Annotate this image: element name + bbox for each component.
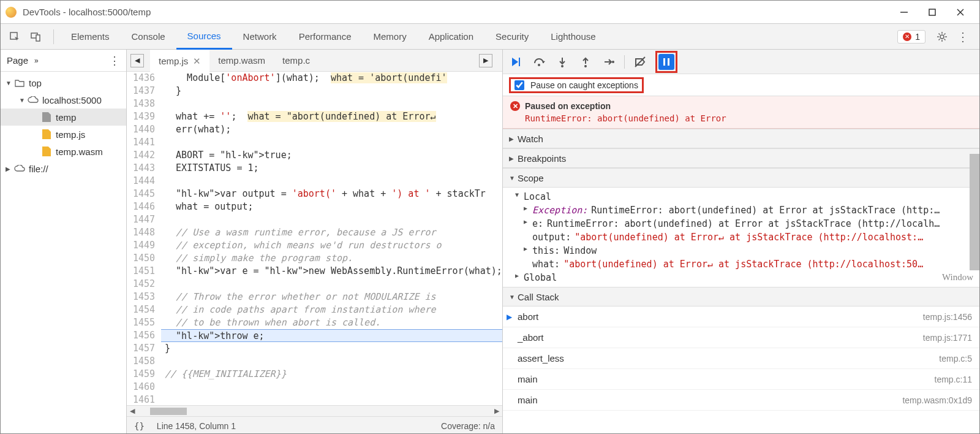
tree-item-file---[interactable]: ▶file:// <box>1 160 126 177</box>
settings-gear-icon[interactable] <box>933 28 951 46</box>
panel-tab-sources[interactable]: Sources <box>176 24 232 50</box>
panel-tab-application[interactable]: Application <box>418 24 484 50</box>
code-line[interactable]: // Use a wasm runtime error, because a J… <box>161 226 502 239</box>
tree-item-temp[interactable]: temp <box>1 108 126 126</box>
code-line[interactable]: what = output; <box>161 200 502 213</box>
step-out-button[interactable] <box>578 54 594 70</box>
callstack-frame-assert_less[interactable]: assert_lesstemp.c:5 <box>503 348 979 369</box>
pause-on-exceptions-button[interactable] <box>658 54 674 70</box>
close-tab-icon[interactable]: ✕ <box>193 56 201 67</box>
deactivate-breakpoints-button[interactable] <box>632 54 648 70</box>
frame-function: main <box>518 395 538 405</box>
pretty-print-icon[interactable]: {} <box>134 421 145 431</box>
step-into-button[interactable] <box>554 54 570 70</box>
code-line[interactable]: "hl-kw">throw e; <box>161 329 502 342</box>
code-line[interactable]: // in code paths apart from instantiatio… <box>161 303 502 316</box>
breakpoints-section-header[interactable]: ▶Breakpoints <box>503 148 979 168</box>
scope-var-this[interactable]: ▶this: Window <box>503 244 979 257</box>
svg-rect-8 <box>519 58 520 66</box>
nav-back-icon[interactable]: ◀ <box>130 54 144 67</box>
callstack-frame-main[interactable]: maintemp.wasm:0x1d9 <box>503 390 979 411</box>
nav-forward-icon[interactable]: ▶ <box>479 54 492 67</box>
code-line[interactable]: EXITSTATUS = 1; <box>161 162 502 175</box>
code-line[interactable]: // {{MEM_INITIALIZER}} <box>161 368 502 381</box>
tree-item-top[interactable]: ▼top <box>1 74 126 91</box>
svg-rect-6 <box>36 35 40 41</box>
code-line[interactable] <box>161 97 502 110</box>
scope-var-e[interactable]: ▶e: RuntimeError: abort(undefined) at Er… <box>503 217 979 230</box>
scope-section-header[interactable]: ▼Scope <box>503 168 979 188</box>
panel-tab-performance[interactable]: Performance <box>288 24 363 50</box>
pause-on-caught-checkbox[interactable] <box>514 80 524 90</box>
code-line[interactable]: // Throw the error whether or not MODULA… <box>161 291 502 303</box>
code-line[interactable] <box>161 278 502 291</box>
frame-function: _abort <box>518 332 544 343</box>
callstack-frame-_abort[interactable]: _aborttemp.js:1771 <box>503 327 979 348</box>
editor-tab-temp-c[interactable]: temp.c <box>274 50 318 72</box>
callstack-frame-abort[interactable]: ▶aborttemp.js:1456 <box>503 306 979 327</box>
step-button[interactable] <box>601 54 617 70</box>
folder-icon <box>14 77 25 88</box>
window-minimize-button[interactable] <box>890 1 918 24</box>
panel-tab-network[interactable]: Network <box>232 24 288 50</box>
horizontal-scrollbar[interactable]: ◀▶ <box>127 405 502 416</box>
svg-rect-15 <box>668 58 669 66</box>
svg-point-10 <box>561 65 564 67</box>
code-line[interactable] <box>161 175 502 188</box>
code-line[interactable]: } <box>161 85 502 97</box>
scope-global-header[interactable]: ▶Global Window <box>503 271 979 284</box>
error-badge[interactable]: ✕ 1 <box>897 30 925 44</box>
tree-item-temp-js[interactable]: temp.js <box>1 126 126 143</box>
code-line[interactable] <box>161 213 502 226</box>
window-close-button[interactable] <box>946 1 974 24</box>
code-line[interactable] <box>161 355 502 368</box>
panel-tab-elements[interactable]: Elements <box>60 24 121 50</box>
frame-function: assert_less <box>518 353 564 364</box>
resume-button[interactable] <box>508 54 524 70</box>
editor-tab-temp-wasm[interactable]: temp.wasm <box>209 50 274 72</box>
code-area[interactable]: 1436143714381439144014411442144314441445… <box>127 72 502 405</box>
code-line[interactable] <box>161 136 502 149</box>
code-line[interactable]: what += ''; what = "abort(undefined) at … <box>161 110 502 123</box>
debugger-scrollbar[interactable] <box>970 154 979 270</box>
frame-function: main <box>518 374 538 384</box>
code-line[interactable]: ABORT = "hl-kw">true; <box>161 149 502 162</box>
step-over-button[interactable] <box>531 54 547 70</box>
code-line[interactable]: err(what); <box>161 123 502 136</box>
sidebar-expand-icon[interactable]: » <box>34 56 39 65</box>
panel-tab-lighthouse[interactable]: Lighthouse <box>540 24 606 50</box>
code-line[interactable] <box>161 381 502 394</box>
code-line[interactable]: } <box>161 342 502 355</box>
code-line[interactable] <box>161 394 502 405</box>
scope-local-header[interactable]: ▼Local <box>503 190 979 204</box>
callstack-frame-main[interactable]: maintemp.c:11 <box>503 369 979 390</box>
pause-exceptions-highlight <box>655 51 677 73</box>
code-line[interactable]: // simply make the program stop. <box>161 252 502 265</box>
inspect-element-icon[interactable] <box>6 28 24 46</box>
callstack-body: ▶aborttemp.js:1456_aborttemp.js:1771asse… <box>503 306 979 411</box>
tree-item-temp-wasm[interactable]: temp.wasm <box>1 143 126 160</box>
more-menu-icon[interactable]: ⋮ <box>954 28 972 46</box>
code-line[interactable]: Module['onAbort'](what); what = 'abort(u… <box>161 72 502 85</box>
scope-var-Exception[interactable]: ▶Exception: RuntimeError: abort(undefine… <box>503 204 979 217</box>
scope-var-output[interactable]: output: "abort(undefined) at Error↵ at j… <box>503 230 979 244</box>
sidebar-more-icon[interactable]: ⋮ <box>109 54 120 67</box>
panel-tab-security[interactable]: Security <box>484 24 540 50</box>
callstack-section-header[interactable]: ▼Call Stack <box>503 287 979 306</box>
code-line[interactable]: "hl-kw">var e = "hl-kw">new WebAssembly.… <box>161 265 502 278</box>
code-editor-pane: ◀ temp.js✕temp.wasmtemp.c ▶ 143614371438… <box>127 50 503 434</box>
window-maximize-button[interactable] <box>918 1 946 24</box>
code-line[interactable]: "hl-kw">var output = 'abort(' + what + '… <box>161 188 502 200</box>
editor-tab-temp-js[interactable]: temp.js✕ <box>150 50 209 72</box>
watch-section-header[interactable]: ▶Watch <box>503 129 979 148</box>
frame-location: temp.js:1771 <box>923 333 972 343</box>
code-line[interactable]: // to be thrown when abort is called. <box>161 316 502 329</box>
panel-tab-console[interactable]: Console <box>121 24 176 50</box>
panel-tab-memory[interactable]: Memory <box>363 24 418 50</box>
code-line[interactable]: // exception, which means we'd run destr… <box>161 239 502 252</box>
tree-item-localhost-5000[interactable]: ▼localhost:5000 <box>1 91 126 108</box>
debugger-pane: Pause on caught exceptions ✕ Paused on e… <box>503 50 979 434</box>
scope-var-what[interactable]: what: "abort(undefined) at Error↵ at jsS… <box>503 257 979 271</box>
devtools-toolbar: ElementsConsoleSourcesNetworkPerformance… <box>1 24 979 50</box>
device-toolbar-icon[interactable] <box>26 28 45 46</box>
